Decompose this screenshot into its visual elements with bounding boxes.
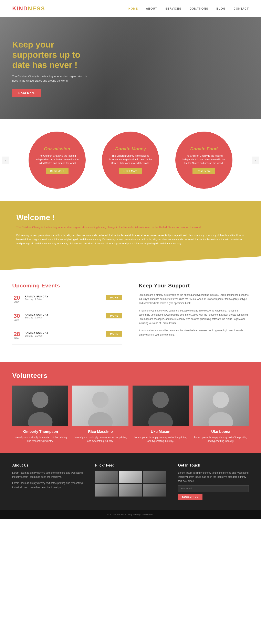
hero-read-more-button[interactable]: Read More xyxy=(12,89,41,97)
flickr-thumb-4 xyxy=(95,484,118,496)
circle-money-desc: The Children Charity is the leading inde… xyxy=(108,154,153,165)
flickr-grid xyxy=(95,471,166,496)
flickr-thumb-2 xyxy=(119,471,142,483)
volunteer-photo-1 xyxy=(12,386,68,426)
nav-about[interactable]: ABOUT xyxy=(146,7,157,10)
event-name-2: FAMILY SUNDAY xyxy=(25,313,103,316)
circle-mission-title: Our mission xyxy=(44,146,70,152)
circle-money: Donate Money The Children Charity is the… xyxy=(102,132,159,189)
support-para-3: It has survived not only five centuries,… xyxy=(139,328,249,337)
footer-flickr-heading: Flickr Feed xyxy=(95,463,166,468)
volunteer-desc-3: Lorem Ipsum is simply dummy text of the … xyxy=(132,436,188,443)
hero-description: The Children Charity is the leading inde… xyxy=(12,74,90,83)
event-info-1: FAMILY SUNDAY Sunday | 9:30am xyxy=(25,295,103,301)
volunteers-title: Volunteers xyxy=(12,372,249,380)
nav-home[interactable]: HOME xyxy=(128,7,138,10)
volunteer-photo-3 xyxy=(132,386,188,426)
event-day-3: 28 xyxy=(12,331,22,337)
circle-mission-button[interactable]: Read More xyxy=(46,168,68,174)
main-nav: HOME ABOUT SERVICES DONATIONS BLOG CONTA… xyxy=(128,7,249,10)
volunteer-card-4: Uku Loona Lorem Ipsum is simply dummy te… xyxy=(193,386,249,443)
volunteers-section: Volunteers Kimberly Thompson Lorem Ipsum… xyxy=(0,362,261,453)
svg-point-3 xyxy=(88,412,113,426)
event-time-3: Sunday | 9:30am xyxy=(25,334,103,337)
event-item-2: 30 AUG FAMILY SUNDAY Sunday | 9:30am MOR… xyxy=(12,313,122,326)
circles-container: Our mission The Children Charity is the … xyxy=(28,132,232,189)
event-date-2: 30 AUG xyxy=(12,313,22,321)
volunteer-desc-4: Lorem Ipsum is simply dummy text of the … xyxy=(193,436,249,443)
circle-food: Donate Food The Children Charity is the … xyxy=(175,132,232,189)
footer-subscribe-button[interactable]: SUBSCRIBE xyxy=(178,494,202,500)
footer-about-heading: About Us xyxy=(12,463,83,468)
svg-point-4 xyxy=(152,392,169,408)
event-day-2: 30 xyxy=(12,313,22,319)
circles-next-button[interactable]: › xyxy=(252,157,259,164)
footer-email-input[interactable] xyxy=(178,485,249,492)
nav-services[interactable]: SERVICES xyxy=(165,7,182,10)
volunteer-name-1: Kimberly Thompson xyxy=(12,430,68,434)
nav-donations[interactable]: DONATIONS xyxy=(190,7,208,10)
footer-touch-heading: Get In Touch xyxy=(178,463,249,468)
svg-point-6 xyxy=(213,392,229,408)
hero-image xyxy=(104,17,261,119)
circle-food-button[interactable]: Read More xyxy=(192,168,215,174)
welcome-body: Dolore magnaprem ipsum dolor ser adipisc… xyxy=(16,233,245,246)
event-month-3: NOV xyxy=(12,337,22,340)
event-item-1: 20 JULY FAMILY SUNDAY Sunday | 9:30am MO… xyxy=(12,295,122,308)
logo-kind: KIND xyxy=(12,5,28,12)
nav-blog[interactable]: BLOG xyxy=(216,7,225,10)
circle-mission: Our mission The Children Charity is the … xyxy=(28,132,86,189)
footer-touch: Get In Touch Lorem Ipsum is simply dummy… xyxy=(178,463,249,500)
volunteer-name-4: Uku Loona xyxy=(193,430,249,434)
circle-money-button[interactable]: Read More xyxy=(119,168,142,174)
event-date-1: 20 JULY xyxy=(12,295,22,303)
event-time-1: Sunday | 9:30am xyxy=(25,298,103,301)
logo-ness: NESS xyxy=(28,5,45,12)
events-support-section: Upcoming Events 20 JULY FAMILY SUNDAY Su… xyxy=(0,270,261,362)
circles-prev-button[interactable]: ‹ xyxy=(2,157,9,164)
event-more-button-2[interactable]: MORE xyxy=(106,313,122,318)
event-info-3: FAMILY SUNDAY Sunday | 9:30am xyxy=(25,331,103,337)
volunteer-card-1: Kimberly Thompson Lorem Ipsum is simply … xyxy=(12,386,68,443)
events-column: Upcoming Events 20 JULY FAMILY SUNDAY Su… xyxy=(12,282,122,350)
circle-money-title: Donate Money xyxy=(115,146,146,152)
welcome-title: Welcome ! xyxy=(16,213,245,222)
event-more-button-3[interactable]: MORE xyxy=(106,331,122,336)
flickr-thumb-1 xyxy=(95,471,118,483)
footer-touch-text: Lorem Ipsum is simply dummy text of the … xyxy=(178,471,249,483)
volunteer-name-2: Rico Massimo xyxy=(72,430,128,434)
event-name-3: FAMILY SUNDAY xyxy=(25,331,103,334)
event-more-button-1[interactable]: MORE xyxy=(106,295,122,300)
header: KINDNESS HOME ABOUT SERVICES DONATIONS B… xyxy=(0,0,261,17)
bottom-bar: © 2024 Kindness Charity. All Rights Rese… xyxy=(0,510,261,519)
event-month-1: JULY xyxy=(12,301,22,303)
support-heading: Keep Your Support xyxy=(139,282,249,289)
hero-content: Keep your supporters up to date has neve… xyxy=(0,27,102,110)
circles-section: ‹ Our mission The Children Charity is th… xyxy=(0,119,261,201)
flickr-thumb-6 xyxy=(143,484,166,496)
support-column: Keep Your Support Lorem Ipsum is simply … xyxy=(139,282,249,350)
event-info-2: FAMILY SUNDAY Sunday | 9:30am xyxy=(25,313,103,319)
hero-title: Keep your supporters up to date has neve… xyxy=(12,40,90,70)
welcome-section: Welcome ! The Children Charity is the le… xyxy=(0,201,261,270)
flickr-thumb-3 xyxy=(143,471,166,483)
footer-about-text2: Lorem Ipsum is simply dummy text of the … xyxy=(12,481,83,489)
welcome-subtitle: The Children Charity is the leading inde… xyxy=(16,225,245,229)
volunteer-photo-2 xyxy=(72,386,128,426)
circle-food-desc: The Children Charity is the leading inde… xyxy=(182,154,226,165)
footer-about: About Us Lorem Ipsum is simply dummy tex… xyxy=(12,463,83,500)
volunteer-photo-4 xyxy=(193,386,249,426)
circle-mission-desc: The Children Charity is the leading inde… xyxy=(35,154,80,165)
event-time-2: Sunday | 9:30am xyxy=(25,316,103,319)
event-month-2: AUG xyxy=(12,319,22,321)
volunteer-desc-1: Lorem Ipsum is simply dummy text of the … xyxy=(12,436,68,443)
logo: KINDNESS xyxy=(12,5,45,12)
circle-food-title: Donate Food xyxy=(190,146,218,152)
svg-point-0 xyxy=(32,392,48,408)
svg-point-1 xyxy=(28,412,52,426)
event-date-3: 28 NOV xyxy=(12,331,22,340)
footer-flickr: Flickr Feed xyxy=(95,463,166,500)
nav-contact[interactable]: CONTACT xyxy=(234,7,249,10)
hero-section: Keep your supporters up to date has neve… xyxy=(0,17,261,119)
copyright-text: © 2024 Kindness Charity. All Rights Rese… xyxy=(108,513,154,516)
